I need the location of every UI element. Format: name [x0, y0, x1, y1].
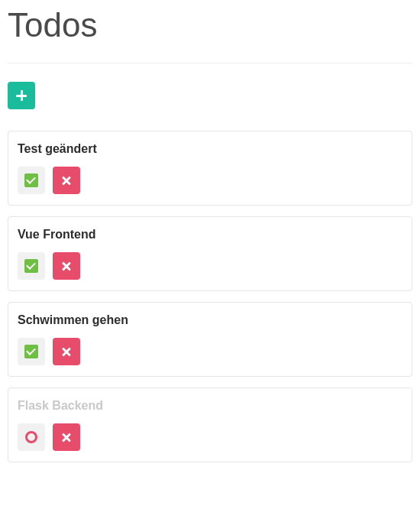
add-todo-button[interactable] — [8, 82, 35, 109]
check-icon — [24, 173, 38, 187]
close-icon — [61, 432, 72, 443]
divider — [8, 63, 412, 63]
page-title: Todos — [8, 6, 412, 44]
todo-list: Test geändert Vue Frontend Schwimmen geh… — [8, 131, 412, 462]
delete-button[interactable] — [53, 252, 80, 280]
toggle-done-button[interactable] — [18, 338, 45, 365]
toggle-done-button[interactable] — [18, 167, 45, 194]
circle-icon — [25, 431, 37, 443]
todo-title: Flask Backend — [18, 399, 402, 413]
todo-actions — [18, 423, 402, 451]
delete-button[interactable] — [53, 423, 80, 451]
plus-icon — [16, 90, 27, 101]
todo-card: Schwimmen gehen — [8, 302, 412, 377]
check-icon — [24, 345, 38, 358]
check-icon — [24, 259, 38, 273]
delete-button[interactable] — [53, 167, 80, 194]
todo-actions — [18, 338, 402, 365]
todo-title: Schwimmen gehen — [18, 313, 402, 327]
todo-title: Vue Frontend — [18, 228, 402, 242]
todo-actions — [18, 252, 402, 280]
todo-card: Vue Frontend — [8, 216, 412, 291]
close-icon — [61, 346, 72, 357]
todo-card: Test geändert — [8, 131, 412, 206]
toggle-done-button[interactable] — [18, 423, 45, 451]
toggle-done-button[interactable] — [18, 252, 45, 280]
close-icon — [61, 261, 72, 271]
todo-actions — [18, 167, 402, 194]
todo-card: Flask Backend — [8, 387, 412, 462]
close-icon — [61, 175, 72, 186]
add-section — [8, 82, 412, 109]
todo-title: Test geändert — [18, 142, 402, 156]
delete-button[interactable] — [53, 338, 80, 365]
